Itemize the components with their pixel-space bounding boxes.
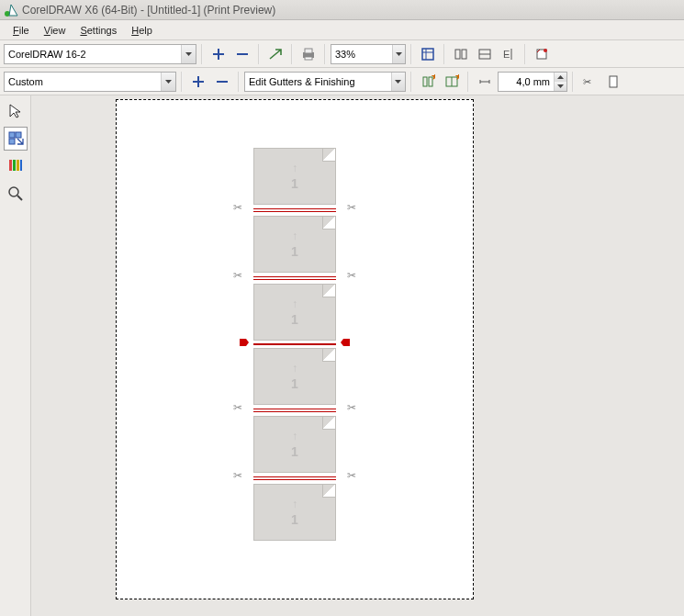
gutters-combo[interactable] [244,72,406,92]
dropdown-arrow-icon[interactable] [181,45,196,63]
svg-text:★: ★ [431,74,435,82]
scissor-icon: ✂ [233,469,242,482]
dogear-icon [322,149,335,162]
dogear-icon [322,349,335,362]
page-number: 1 [254,244,335,259]
invert-button[interactable] [474,43,496,65]
dogear-icon [322,485,335,498]
scissor-icon: ✂ [233,269,242,282]
pick-tool[interactable] [4,99,28,123]
work-area: ↑ 1 ✂✂ ↑ 1 ✂✂ ↑ 1 ↑ [0,95,684,616]
add-preset-button[interactable] [207,43,230,65]
layout-combo[interactable] [4,72,176,92]
scissor-icon: ✂ [347,269,356,282]
remove-preset-button[interactable] [231,43,253,65]
options-button[interactable] [264,43,286,65]
gutter-size-field[interactable] [499,74,554,89]
svg-rect-27 [20,160,22,171]
svg-point-12 [544,49,547,52]
imposition-card[interactable]: ↑ 1 [253,216,336,273]
svg-text:✂: ✂ [583,76,591,87]
svg-text:E: E [503,49,510,60]
orientation-arrow-icon: ↑ [254,498,335,510]
equal-gutters-button[interactable]: ★ [417,71,439,93]
mirror-button[interactable] [450,43,472,65]
svg-line-29 [17,196,22,200]
cut-line[interactable]: ✂✂ [253,473,336,484]
print-style-combo[interactable] [4,44,196,64]
page-mark-button[interactable] [602,71,624,93]
spin-down-button[interactable] [555,82,566,91]
gutter-dimension-icon [474,71,496,93]
page-number: 1 [254,376,335,391]
svg-rect-25 [13,160,16,171]
layout-input[interactable] [5,74,161,89]
svg-rect-2 [305,49,312,53]
imposition-card[interactable]: ↑ 1 [253,416,336,473]
menu-settings[interactable]: Settings [73,23,124,38]
separation-button[interactable]: E [498,43,520,65]
remove-layout-button[interactable] [211,71,233,93]
print-style-input[interactable] [5,47,181,62]
app-icon [4,3,18,17]
scissor-icon: ✂ [233,401,242,414]
imposition-card[interactable]: ↑ 1 [253,284,336,341]
svg-rect-3 [305,57,312,60]
svg-text:★: ★ [454,74,459,82]
menu-bar: File View Settings Help [0,20,684,40]
gutters-input[interactable] [245,74,391,89]
svg-rect-5 [455,50,460,59]
zoom-input[interactable] [331,47,392,62]
svg-point-28 [9,187,18,196]
preview-canvas[interactable]: ↑ 1 ✂✂ ↑ 1 ✂✂ ↑ 1 ↑ [31,95,684,616]
zoom-combo[interactable] [331,44,406,64]
marks-placement-tool[interactable] [4,154,28,178]
scissor-icon: ✂ [233,201,242,214]
dogear-icon [322,285,335,297]
dogear-icon [322,417,335,430]
orientation-arrow-icon: ↑ [254,230,335,242]
auto-gutters-button[interactable]: ★ [441,71,463,93]
full-screen-button[interactable] [417,43,439,65]
imposition-card[interactable]: ↑ 1 [253,484,336,541]
svg-rect-21 [9,132,15,138]
cut-line[interactable]: ✂✂ [253,205,336,216]
cut-line[interactable]: ✂✂ [253,405,336,416]
window-title: CorelDRAW X6 (64-Bit) - [Untitled-1] (Pr… [22,4,275,17]
toolbox [0,95,31,616]
print-button[interactable] [297,43,320,65]
cut-mark-button[interactable]: ✂ [578,71,600,93]
fold-line[interactable] [253,341,336,348]
add-layout-button[interactable] [187,71,209,93]
zoom-tool[interactable] [4,182,28,206]
scissor-icon: ✂ [347,469,356,482]
cut-line[interactable]: ✂✂ [253,273,336,284]
scissor-icon: ✂ [347,401,356,414]
imposition-card[interactable]: ↑ 1 [253,348,336,405]
dropdown-arrow-icon[interactable] [392,45,405,63]
menu-help[interactable]: Help [124,23,160,38]
svg-rect-13 [423,77,427,86]
page-number: 1 [254,444,335,459]
title-bar: CorelDRAW X6 (64-Bit) - [Untitled-1] (Pr… [0,0,684,20]
page-number: 1 [254,312,335,327]
orientation-arrow-icon: ↑ [254,362,335,375]
gutter-size-input[interactable] [498,72,567,92]
orientation-arrow-icon: ↑ [254,297,335,310]
imposition-card[interactable]: ↑ 1 [253,148,336,205]
svg-rect-20 [610,76,617,87]
scissor-icon: ✂ [347,201,356,214]
fold-tag-icon [341,337,350,344]
svg-rect-22 [16,132,21,138]
dropdown-arrow-icon[interactable] [161,73,175,91]
spin-up-button[interactable] [555,73,566,82]
svg-rect-6 [462,50,466,59]
close-preview-button[interactable] [531,43,553,65]
svg-rect-23 [9,139,15,144]
orientation-arrow-icon: ↑ [254,162,335,174]
page-stack: ↑ 1 ✂✂ ↑ 1 ✂✂ ↑ 1 ↑ [253,148,336,541]
dropdown-arrow-icon[interactable] [391,73,406,91]
menu-view[interactable]: View [37,23,73,38]
menu-file[interactable]: File [6,23,37,38]
imposition-layout-tool[interactable] [4,127,28,151]
